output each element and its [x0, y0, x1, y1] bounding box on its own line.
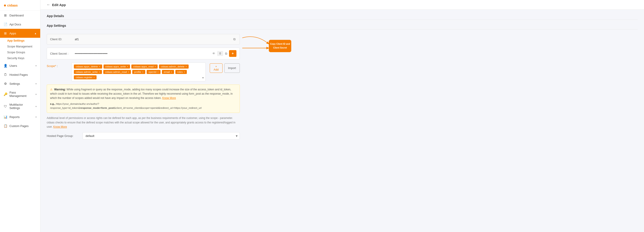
- sidebar-item-settings[interactable]: ⚙ Settings ▾: [0, 79, 40, 88]
- apps-icon: ⊞: [4, 32, 7, 35]
- scope-tag: openId×: [147, 70, 160, 74]
- scope-tags-container: cidaas:apps_delete×cidaas:apps_write×cid…: [72, 63, 206, 81]
- sidebar-sub-scope-groups[interactable]: Scope Groups: [0, 50, 40, 55]
- know-more-2-link[interactable]: Know More: [53, 125, 67, 128]
- sidebar-label-multifactor: Multifactor Settings: [10, 103, 33, 110]
- scope-tag: cidaas:apps_read×: [131, 65, 158, 69]
- scope-tag: cidaas:apps_write×: [104, 65, 130, 69]
- hosted-page-select[interactable]: default custom: [83, 132, 240, 140]
- app-details-title: App Details: [47, 14, 638, 20]
- apps-chevron-icon: ▲: [34, 32, 36, 35]
- secret-add-button[interactable]: +: [229, 50, 236, 57]
- scope-tag-remove[interactable]: ×: [98, 71, 100, 73]
- sidebar: ● cidaas ⊞ Dashboard 📄 Api Docs ⊞ Apps ▲…: [0, 0, 40, 232]
- sidebar-item-custom-pages[interactable]: 📋 Custom Pages: [0, 121, 40, 130]
- dashboard-icon: ⊞: [4, 14, 7, 17]
- sidebar-item-reports[interactable]: 📊 Reports ▾: [0, 112, 40, 121]
- back-button[interactable]: ←: [47, 3, 50, 7]
- sidebar-item-dashboard[interactable]: ⊞ Dashboard: [0, 11, 40, 20]
- scope-tag: profile×: [132, 70, 145, 74]
- know-more-1-link[interactable]: Know More: [162, 96, 176, 100]
- client-secret-input[interactable]: [75, 52, 210, 55]
- logo: ● cidaas: [0, 0, 40, 11]
- svg-text:Client Secret: Client Secret: [273, 47, 287, 49]
- sidebar-label-hosted-pages: Hosted Pages: [10, 73, 36, 76]
- sidebar-sub-scope-management[interactable]: Scope Management: [0, 44, 40, 50]
- scope-tag: email×: [162, 70, 174, 74]
- svg-text:Copy  Client ID and: Copy Client ID and: [270, 43, 290, 45]
- scope-tag-remove[interactable]: ×: [99, 65, 100, 68]
- sidebar-label-dashboard: Dashboard: [10, 14, 36, 17]
- pass-management-chevron-icon: ▾: [36, 93, 36, 96]
- scope-label: Scope* :: [47, 63, 72, 68]
- sidebar-label-settings: Settings: [10, 82, 33, 85]
- sidebar-label-custom-pages: Custom Pages: [10, 124, 36, 128]
- scope-tag-remove[interactable]: ×: [142, 71, 144, 73]
- reports-chevron-icon: ▾: [36, 116, 36, 118]
- sidebar-item-apps[interactable]: ⊞ Apps ▲: [0, 29, 40, 38]
- secret-eye-icon[interactable]: 👁: [210, 52, 217, 55]
- scope-actions: + Add Import: [210, 63, 240, 73]
- client-id-row: Client ID: ⧉: [47, 34, 240, 45]
- client-id-copy-button[interactable]: ⧉: [232, 37, 236, 42]
- content-area: App Details App Settings Client ID: ⧉ Cl…: [40, 10, 644, 232]
- scope-tag: cidaas:admin_write×: [74, 70, 102, 74]
- annotation-svg: Copy Client ID and Client Secret: [238, 32, 296, 77]
- api-docs-icon: 📄: [4, 23, 7, 26]
- users-chevron-icon: ▾: [36, 65, 36, 67]
- sidebar-label-users: Users: [10, 64, 33, 67]
- scope-warning-box: ⚠ Warning: While using fragment or query…: [47, 85, 240, 113]
- scope-section: cidaas:apps_delete×cidaas:apps_write×cid…: [72, 63, 240, 81]
- scope-add-button[interactable]: + Add: [210, 63, 222, 73]
- hosted-page-group-row: Hosted Page Group: default custom ▾: [47, 132, 240, 140]
- scope-tag-remove[interactable]: ×: [94, 76, 95, 79]
- sidebar-label-api-docs: Api Docs: [10, 23, 36, 26]
- page-title: Edit App: [52, 3, 66, 7]
- reports-icon: 📊: [4, 115, 7, 119]
- client-id-label: Client ID:: [50, 38, 75, 41]
- sidebar-item-pass-management[interactable]: 🔑 Pass Management ▾: [0, 88, 40, 100]
- hosted-pages-icon: 🗒: [4, 73, 7, 76]
- scope-tag: roles×: [175, 70, 187, 74]
- scope-tag-remove[interactable]: ×: [171, 71, 172, 73]
- sidebar-label-apps: Apps: [10, 32, 32, 35]
- form-wrapper: Client ID: ⧉ Client Secret : 👁 0 ⧉ + Sco…: [47, 34, 240, 140]
- scope-expand-icon[interactable]: ▾: [202, 76, 204, 79]
- scope-tag-remove[interactable]: ×: [186, 65, 187, 68]
- scope-tag-remove[interactable]: ×: [184, 71, 185, 73]
- hosted-page-label: Hosted Page Group:: [47, 134, 83, 138]
- pass-management-icon: 🔑: [4, 92, 7, 96]
- sidebar-sub-security-keys[interactable]: Security Keys: [0, 55, 40, 61]
- warning-text: While using fragment or query as the res…: [50, 88, 233, 100]
- sidebar-label-pass-management: Pass Management: [10, 91, 33, 98]
- client-secret-copy-button[interactable]: ⧉: [223, 51, 229, 56]
- scope-row: Scope* : cidaas:apps_delete×cidaas:apps_…: [47, 63, 240, 81]
- warning-icon: ⚠: [50, 88, 52, 91]
- hosted-page-select-wrapper: default custom ▾: [83, 132, 240, 140]
- main-content: ← Edit App App Details App Settings Clie…: [40, 0, 644, 232]
- logo-icon: ●: [4, 3, 6, 8]
- scope-tag-remove[interactable]: ×: [154, 65, 156, 68]
- scope-tag-remove[interactable]: ×: [157, 71, 158, 73]
- sidebar-item-api-docs[interactable]: 📄 Api Docs: [0, 20, 40, 29]
- sidebar-label-reports: Reports: [10, 115, 33, 119]
- page-header: ← Edit App: [40, 0, 644, 10]
- scope-tag: cidaas:admin_read×: [103, 70, 131, 74]
- scope-tag-remove[interactable]: ×: [127, 65, 128, 68]
- eg-text: e.g., https://your_domain/authz-srv/auth…: [50, 102, 236, 110]
- scope-tag-remove[interactable]: ×: [128, 71, 129, 73]
- custom-pages-icon: 📋: [4, 124, 7, 128]
- scope-import-button[interactable]: Import: [224, 63, 240, 73]
- users-icon: 👤: [4, 64, 7, 67]
- sidebar-item-multifactor[interactable]: 🛡 Multifactor Settings ▾: [0, 100, 40, 112]
- client-secret-label: Client Secret :: [50, 52, 75, 55]
- client-id-input[interactable]: [75, 38, 232, 41]
- multifactor-chevron-icon: ▾: [36, 105, 36, 108]
- logo-text: cidaas: [7, 3, 18, 7]
- multifactor-icon: 🛡: [4, 105, 7, 108]
- sidebar-sub-app-settings[interactable]: App Settings: [0, 38, 40, 44]
- sidebar-item-users[interactable]: 👤 Users ▾: [0, 61, 40, 70]
- sidebar-item-hosted-pages[interactable]: 🗒 Hosted Pages: [0, 70, 40, 79]
- scope-tag: cidaas:register×: [74, 75, 96, 79]
- client-secret-row: Client Secret : 👁 0 ⧉ +: [47, 48, 240, 59]
